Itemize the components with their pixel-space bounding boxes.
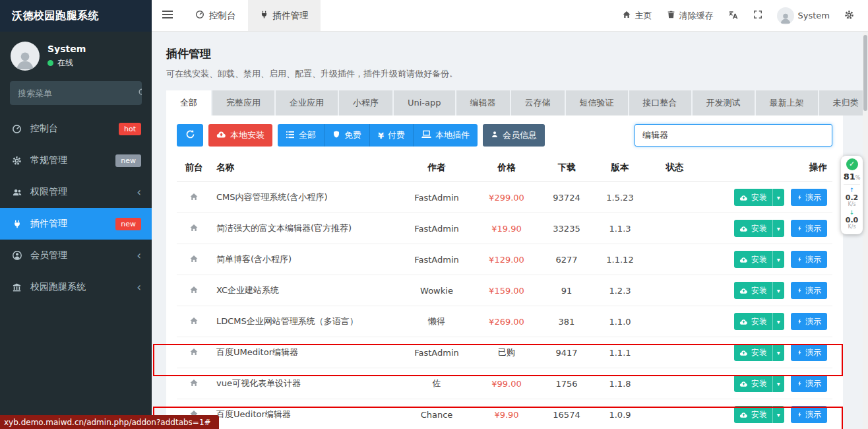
badge-new: new bbox=[115, 154, 141, 167]
category-tab-all[interactable]: 全部 bbox=[166, 90, 211, 116]
sidebar-item-plugins[interactable]: 插件管理 new bbox=[0, 208, 152, 240]
filter-free-button[interactable]: 免费 bbox=[325, 124, 370, 147]
caret-down-icon[interactable]: ▾ bbox=[772, 344, 784, 361]
caret-down-icon[interactable]: ▾ bbox=[772, 189, 784, 206]
home-button[interactable]: 主页 bbox=[615, 0, 660, 31]
tab-plugin-management[interactable]: 插件管理 bbox=[248, 0, 321, 31]
caret-down-icon[interactable]: ▾ bbox=[772, 313, 784, 330]
sidebar-item-members[interactable]: 会员管理 ‹ bbox=[0, 240, 152, 271]
caret-down-icon[interactable]: ▾ bbox=[772, 282, 784, 299]
clear-cache-button[interactable]: 清除缓存 bbox=[660, 0, 721, 31]
column-header-name: 名称 bbox=[211, 155, 400, 182]
category-tab-cloud-storage[interactable]: 云存储 bbox=[511, 90, 565, 116]
demo-button[interactable]: 演示 bbox=[791, 189, 827, 206]
filter-paid-button[interactable]: ¥ 付费 bbox=[370, 124, 414, 147]
plugin-downloads: 16574 bbox=[540, 399, 594, 429]
category-tab-editors[interactable]: 编辑器 bbox=[456, 90, 510, 116]
plugin-downloads: 6277 bbox=[540, 244, 594, 275]
plugin-price: ¥269.00 bbox=[474, 306, 540, 337]
cloud-upload-icon bbox=[739, 287, 748, 294]
chevron-left-icon: ‹ bbox=[137, 282, 141, 293]
lightning-icon bbox=[797, 286, 803, 294]
install-button[interactable]: 安装▾ bbox=[734, 406, 784, 423]
shield-icon bbox=[332, 130, 340, 141]
install-button[interactable]: 安装▾ bbox=[734, 220, 784, 237]
settings-button[interactable] bbox=[837, 0, 861, 31]
filter-local-plugins-button[interactable]: 本地插件 bbox=[414, 124, 478, 147]
table-row-highlighted: 百度Ueditor编辑器 Chance ¥9.90 16574 1.0.9 安装… bbox=[177, 399, 832, 429]
plugin-downloads: 9417 bbox=[540, 337, 594, 368]
category-tab-api[interactable]: 接口整合 bbox=[629, 90, 691, 116]
plugin-author: FastAdmin bbox=[400, 182, 474, 213]
category-tab-uniapp[interactable]: Uni-app bbox=[394, 90, 455, 116]
scrollbar-track[interactable] bbox=[863, 32, 868, 429]
demo-button[interactable]: 演示 bbox=[791, 220, 827, 237]
fullscreen-button[interactable] bbox=[746, 0, 770, 31]
demo-button[interactable]: 演示 bbox=[791, 406, 827, 423]
building-icon bbox=[11, 282, 23, 292]
sidebar-item-permissions[interactable]: 权限管理 ‹ bbox=[0, 176, 152, 208]
menu-search-button[interactable] bbox=[138, 81, 142, 105]
sidebar-toggle-button[interactable] bbox=[152, 0, 183, 31]
plugin-table: 前台 名称 作者 价格 下载 版本 状态 操作 C bbox=[177, 155, 832, 429]
language-button[interactable] bbox=[721, 0, 746, 31]
home-icon bbox=[189, 378, 199, 387]
category-tab-miniprogram[interactable]: 小程序 bbox=[339, 90, 392, 116]
plugin-author: 懒得 bbox=[400, 306, 474, 337]
home-icon bbox=[189, 254, 199, 263]
scrollbar-thumb[interactable] bbox=[863, 35, 867, 111]
toolbar: 本地安装 全部 免费 ¥ 付费 bbox=[177, 124, 832, 147]
caret-down-icon[interactable]: ▾ bbox=[772, 406, 784, 423]
topbar-user[interactable]: System bbox=[770, 0, 837, 31]
category-tab-uncategorized[interactable]: 未归类 bbox=[819, 90, 868, 116]
plugin-version: 1.1.3 bbox=[594, 213, 646, 244]
lightning-icon bbox=[797, 348, 803, 356]
caret-down-icon[interactable]: ▾ bbox=[772, 251, 784, 268]
table-row-highlighted: 百度UMeditor编辑器 FastAdmin 已购 9417 1.1.1 安装… bbox=[177, 337, 832, 368]
sidebar: 沃德校园跑腿系统 System 在线 bbox=[0, 0, 152, 429]
install-button[interactable]: 安装▾ bbox=[734, 313, 784, 330]
category-tab-newest[interactable]: 最新上架 bbox=[756, 90, 818, 116]
cloud-upload-icon bbox=[739, 256, 748, 263]
install-button[interactable]: 安装▾ bbox=[734, 344, 784, 361]
menu-search-input[interactable] bbox=[10, 81, 138, 105]
hamburger-icon bbox=[162, 10, 173, 21]
sidebar-item-label: 权限管理 bbox=[30, 186, 67, 198]
install-button[interactable]: 安装▾ bbox=[734, 375, 784, 392]
local-install-button[interactable]: 本地安装 bbox=[208, 124, 272, 147]
sidebar-item-label: 会员管理 bbox=[30, 249, 67, 261]
refresh-button[interactable] bbox=[177, 124, 203, 147]
table-row: CMS内容管理系统(含小程序) FastAdmin ¥299.00 93724 … bbox=[177, 182, 832, 213]
check-icon: ✓ bbox=[846, 158, 858, 170]
tab-dashboard[interactable]: 控制台 bbox=[183, 0, 248, 31]
user-name: System bbox=[47, 44, 86, 54]
install-button[interactable]: 安装▾ bbox=[734, 251, 784, 268]
plugin-status bbox=[646, 275, 703, 306]
monitor-widget[interactable]: ✓ 81% ↑ 0.2 K/s ↓ 0.0 K/s bbox=[841, 156, 863, 234]
plugin-search-input[interactable] bbox=[635, 124, 832, 147]
category-tab-enterprise-apps[interactable]: 企业应用 bbox=[276, 90, 338, 116]
demo-button[interactable]: 演示 bbox=[791, 313, 827, 330]
table-row: LDCMS企业网站管理系统（多语言） 懒得 ¥269.00 381 1.1.0 … bbox=[177, 306, 832, 337]
demo-button[interactable]: 演示 bbox=[791, 282, 827, 299]
category-tab-complete-apps[interactable]: 完整应用 bbox=[212, 90, 274, 116]
caret-down-icon[interactable]: ▾ bbox=[772, 220, 784, 237]
member-info-button[interactable]: 会员信息 bbox=[483, 124, 545, 147]
sidebar-item-campus-system[interactable]: 校园跑腿系统 ‹ bbox=[0, 271, 152, 303]
cloud-upload-icon bbox=[739, 225, 748, 232]
plugin-price: ¥19.90 bbox=[474, 213, 540, 244]
demo-button[interactable]: 演示 bbox=[791, 251, 827, 268]
table-row: vue可视化表单设计器 佐 ¥99.00 1756 1.1.8 安装▾ 演示 bbox=[177, 368, 832, 399]
category-tab-devtest[interactable]: 开发测试 bbox=[693, 90, 755, 116]
sidebar-item-dashboard[interactable]: 控制台 hot bbox=[0, 113, 152, 145]
caret-down-icon[interactable]: ▾ bbox=[772, 375, 784, 392]
category-tab-sms[interactable]: 短信验证 bbox=[566, 90, 628, 116]
demo-button[interactable]: 演示 bbox=[791, 344, 827, 361]
install-button[interactable]: 安装▾ bbox=[734, 282, 784, 299]
sidebar-item-label: 控制台 bbox=[30, 123, 58, 135]
demo-button[interactable]: 演示 bbox=[791, 375, 827, 392]
filter-all-button[interactable]: 全部 bbox=[278, 124, 325, 147]
plugin-downloads: 1756 bbox=[540, 368, 594, 399]
install-button[interactable]: 安装▾ bbox=[734, 189, 784, 206]
sidebar-item-general[interactable]: 常规管理 new bbox=[0, 145, 152, 176]
